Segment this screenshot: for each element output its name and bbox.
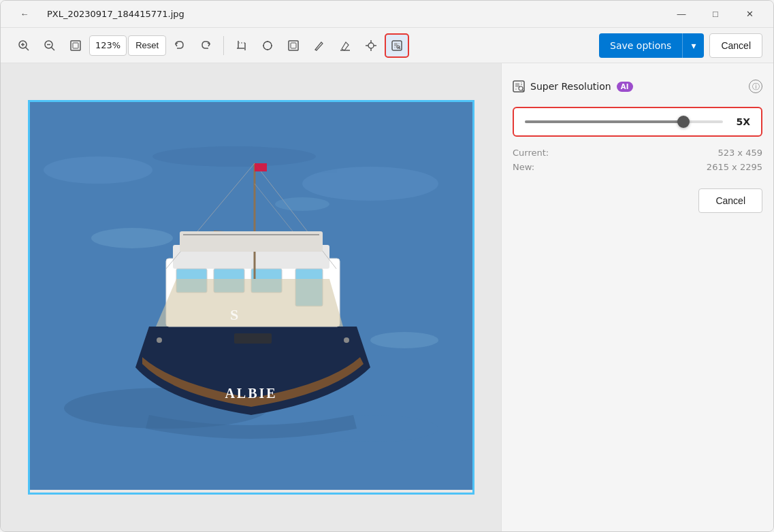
- slider-wrapper[interactable]: [525, 120, 723, 123]
- zoom-fit-button[interactable]: [63, 33, 88, 58]
- maximize-icon: □: [713, 9, 718, 19]
- draw-icon: [313, 39, 325, 52]
- svg-point-35: [152, 146, 316, 167]
- draw-button[interactable]: [307, 33, 332, 58]
- svg-line-67: [522, 90, 523, 91]
- zoom-level: 123%: [89, 35, 127, 56]
- redo-icon: [199, 39, 212, 52]
- toolbar: 123% Reset: [1, 28, 773, 63]
- current-label: Current:: [513, 148, 549, 158]
- save-options-dropdown[interactable]: ▾: [682, 33, 704, 58]
- super-resolution-icon: [391, 39, 403, 52]
- erase-icon: [339, 39, 351, 52]
- slider-fill: [525, 120, 683, 123]
- svg-point-36: [302, 167, 438, 201]
- svg-line-5: [52, 47, 55, 50]
- svg-point-58: [91, 228, 173, 248]
- minimize-icon: —: [677, 9, 686, 19]
- filter-button[interactable]: [359, 33, 383, 58]
- svg-point-60: [275, 197, 329, 211]
- svg-rect-29: [398, 43, 400, 44]
- undo-icon: [174, 39, 186, 52]
- info-button[interactable]: ⓘ: [749, 80, 762, 93]
- slider-value: 5X: [731, 116, 750, 127]
- window-title: PXL_20230917_184415771.jpg: [47, 9, 184, 19]
- panel-title-group: Super Resolution AI: [513, 80, 633, 93]
- undo-button[interactable]: [167, 33, 192, 58]
- slider-thumb[interactable]: [677, 116, 690, 128]
- save-options-main[interactable]: Save options: [599, 33, 682, 58]
- svg-rect-53: [234, 333, 272, 344]
- zoom-controls: 123% Reset: [12, 33, 218, 58]
- canvas-area: ALBIE S: [1, 63, 501, 531]
- window-controls: — □ ✕: [666, 3, 765, 25]
- svg-rect-19: [291, 43, 296, 48]
- svg-rect-18: [289, 41, 298, 50]
- frame-button[interactable]: [281, 33, 306, 58]
- cancel-header-button[interactable]: Cancel: [709, 33, 762, 58]
- zoom-out-icon: [44, 39, 56, 52]
- current-value: 523 x 459: [717, 148, 762, 158]
- svg-point-56: [157, 337, 162, 343]
- zoom-in-button[interactable]: [12, 33, 36, 58]
- toolbar-right: Save options ▾ Cancel: [599, 33, 762, 58]
- close-button[interactable]: ✕: [734, 3, 765, 25]
- crop-icon: [236, 39, 248, 52]
- dropdown-icon: ▾: [691, 40, 696, 51]
- panel-title-icon: [513, 80, 525, 93]
- panel-cancel-button[interactable]: Cancel: [698, 188, 762, 213]
- svg-point-59: [370, 332, 438, 348]
- svg-point-34: [44, 156, 152, 184]
- zoom-in-icon: [18, 39, 30, 52]
- current-size-row: Current: 523 x 459: [513, 148, 762, 158]
- zoom-out-button[interactable]: [37, 33, 62, 58]
- svg-rect-7: [71, 41, 80, 50]
- new-label: New:: [513, 162, 534, 172]
- save-options-button[interactable]: Save options ▾: [599, 33, 704, 58]
- back-button[interactable]: ←: [9, 3, 40, 25]
- reset-button[interactable]: Reset: [128, 35, 166, 56]
- close-icon: ✕: [746, 9, 754, 19]
- svg-rect-30: [394, 47, 396, 48]
- zoom-fit-icon: [69, 39, 82, 52]
- super-res-panel-icon: [513, 80, 525, 93]
- adjust-button[interactable]: [255, 33, 280, 58]
- svg-rect-62: [515, 83, 519, 87]
- svg-text:ALBIE: ALBIE: [225, 386, 277, 401]
- frame-icon: [287, 39, 300, 52]
- panel-title-text: Super Resolution: [530, 81, 611, 92]
- svg-point-22: [368, 43, 374, 48]
- slider-container: 5X: [513, 107, 762, 137]
- adjust-icon: [261, 39, 274, 52]
- ai-badge: AI: [617, 82, 633, 92]
- svg-point-13: [263, 41, 272, 50]
- svg-rect-8: [73, 43, 78, 48]
- svg-text:S: S: [229, 306, 238, 323]
- svg-line-1: [26, 47, 29, 50]
- new-size-row: New: 2615 x 2295: [513, 162, 762, 172]
- toolbar-separator-1: [223, 36, 224, 55]
- svg-point-66: [519, 86, 523, 90]
- boat-image: ALBIE S: [30, 102, 472, 490]
- slider-track[interactable]: [525, 120, 723, 123]
- image-container: ALBIE S: [28, 100, 474, 495]
- size-info: Current: 523 x 459 New: 2615 x 2295: [513, 145, 762, 175]
- info-icon: ⓘ: [752, 82, 760, 92]
- title-bar: ← PXL_20230917_184415771.jpg — □ ✕: [1, 1, 773, 28]
- right-panel: Super Resolution AI ⓘ 5X Current: 523 x …: [501, 63, 773, 531]
- super-resolution-button[interactable]: [385, 33, 409, 58]
- new-value: 2615 x 2295: [707, 162, 762, 172]
- minimize-button[interactable]: —: [666, 3, 697, 25]
- erase-button[interactable]: [333, 33, 357, 58]
- save-options-label: Save options: [610, 40, 671, 51]
- main-content: ALBIE S: [1, 63, 773, 531]
- crop-button[interactable]: [229, 33, 254, 58]
- edit-tools: [229, 33, 409, 58]
- back-icon: ←: [20, 9, 29, 19]
- maximize-button[interactable]: □: [700, 3, 731, 25]
- svg-rect-50: [255, 163, 267, 171]
- redo-button[interactable]: [193, 33, 218, 58]
- panel-header: Super Resolution AI ⓘ: [513, 74, 762, 99]
- filter-icon: [365, 39, 377, 52]
- svg-point-57: [344, 337, 349, 343]
